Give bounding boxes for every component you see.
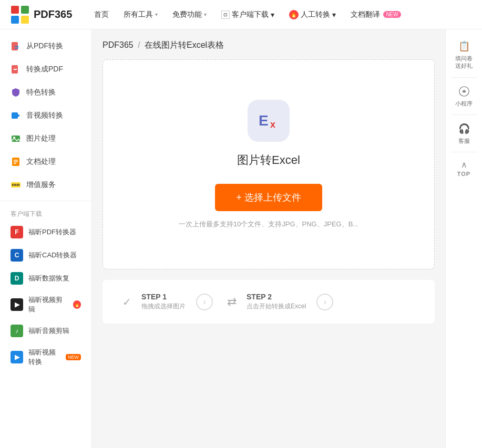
new-badge: NEW xyxy=(66,354,81,360)
step-1: ✓ STEP 1 拖拽或选择图片 xyxy=(118,293,186,311)
chevron-down-icon: ▾ xyxy=(271,11,274,19)
survey-label: 填问卷送好礼 xyxy=(455,55,473,70)
app-icon-video-edit: ▶ xyxy=(11,298,23,311)
step-2: ⇄ STEP 2 点击开始转换成Excel xyxy=(223,293,306,311)
nav-doc-translate[interactable]: 文档翻译 NEW xyxy=(344,7,407,23)
tool-icon: E x xyxy=(255,108,282,134)
right-panel-service[interactable]: 🎧 客服 xyxy=(446,117,482,150)
logo[interactable]: PDF365 xyxy=(11,5,72,24)
right-panel-survey[interactable]: 📋 填问卷送好礼 xyxy=(446,35,482,75)
logo-icon xyxy=(11,5,29,24)
svg-rect-1 xyxy=(21,6,29,14)
doc-icon xyxy=(11,157,21,167)
app-icon-recovery: D xyxy=(11,272,23,285)
right-panel-divider xyxy=(451,152,477,152)
breadcrumb-part-1: PDF365 xyxy=(102,40,134,49)
breadcrumb: PDF365 / 在线图片转Excel表格 xyxy=(102,40,435,51)
chevron-down-icon: ▾ xyxy=(204,12,207,17)
step-2-title: STEP 2 xyxy=(247,293,306,301)
client-app-cad[interactable]: C 福昕CAD转换器 xyxy=(0,244,91,267)
sidebar-item-audio-video[interactable]: 音视频转换 xyxy=(0,104,91,127)
sidebar-item-from-pdf[interactable]: 从PDF转换 xyxy=(0,35,91,58)
upload-hint: 一次上传最多支持10个文件、支持JPG、PNG、JPEG、B... xyxy=(179,220,358,229)
service-label: 客服 xyxy=(458,137,470,144)
sidebar-item-image[interactable]: 图片处理 xyxy=(0,127,91,150)
image-icon xyxy=(11,133,21,144)
sidebar: 从PDF转换 转换成PDF 特色转换 音视频转换 图片处理 xyxy=(0,29,92,448)
svg-rect-6 xyxy=(12,112,18,119)
client-app-video-convert[interactable]: ▶ 福昕视频转换 NEW xyxy=(0,342,91,372)
sidebar-item-doc[interactable]: 文档处理 xyxy=(0,150,91,173)
step-arrow-2: › xyxy=(316,294,333,310)
main-content: PDF365 / 在线图片转Excel表格 E x 图片转Exce xyxy=(92,29,445,448)
nav-home[interactable]: 首页 xyxy=(88,7,115,23)
top-button[interactable]: ∧ TOP xyxy=(446,154,482,182)
right-panel-miniapp[interactable]: 小程序 xyxy=(446,80,482,112)
headset-icon: 🎧 xyxy=(458,122,470,135)
shield-icon xyxy=(11,87,21,98)
nav-ai-convert[interactable]: 🔥 人工转换 ▾ xyxy=(283,7,342,23)
survey-icon: 📋 xyxy=(458,40,470,53)
svg-rect-8 xyxy=(12,136,20,142)
svg-text:E: E xyxy=(259,112,269,129)
steps-container: ✓ STEP 1 拖拽或选择图片 › ⇄ STEP 2 点击开始转换成Excel… xyxy=(102,280,435,324)
upload-button-label: + 选择上传文件 xyxy=(236,191,301,204)
sidebar-item-to-pdf[interactable]: 转换成PDF xyxy=(0,58,91,81)
nav-all-tools[interactable]: 所有工具 ▾ xyxy=(117,7,164,23)
vip-icon xyxy=(11,180,21,190)
sidebar-label: 文档处理 xyxy=(26,157,56,166)
breadcrumb-part-2: 在线图片转Excel表格 xyxy=(145,40,224,49)
sidebar-label: 音视频转换 xyxy=(26,111,63,120)
app-icon-cad: C xyxy=(11,249,23,262)
monitor-icon: ⊡ xyxy=(221,11,230,19)
new-badge: NEW xyxy=(383,11,401,18)
logo-text: PDF365 xyxy=(34,8,72,20)
step-2-desc: 点击开始转换成Excel xyxy=(247,302,306,311)
client-app-recovery[interactable]: D 福昕数据恢复 xyxy=(0,267,91,290)
client-app-label: 福昕数据恢复 xyxy=(28,274,69,283)
nav-client-download[interactable]: ⊡ 客户端下载 ▾ xyxy=(215,7,281,23)
breadcrumb-sep: / xyxy=(138,40,142,49)
client-app-audio-edit[interactable]: ♪ 福昕音频剪辑 xyxy=(0,319,91,342)
hot-badge: 🔥 xyxy=(73,300,81,309)
app-icon-video-convert: ▶ xyxy=(11,351,23,363)
miniapp-icon xyxy=(458,85,470,98)
step-arrow-1: › xyxy=(196,294,213,310)
sidebar-item-special-convert[interactable]: 特色转换 xyxy=(0,81,91,104)
right-panel-divider xyxy=(451,77,477,78)
sidebar-divider xyxy=(0,201,91,201)
pdf-to-icon xyxy=(11,64,21,75)
client-download-label: 客户端下载 xyxy=(0,205,91,221)
sidebar-item-vip[interactable]: 增值服务 xyxy=(0,173,91,196)
sidebar-label: 特色转换 xyxy=(26,88,56,97)
sidebar-label: 从PDF转换 xyxy=(26,41,63,51)
step-1-check-icon: ✓ xyxy=(118,294,135,310)
client-app-label: 福昕音频剪辑 xyxy=(28,326,69,336)
nav-free[interactable]: 免费功能 ▾ xyxy=(166,7,213,23)
client-app-label: 福昕视频剪辑 xyxy=(28,295,68,314)
top-arrow-icon: ∧ xyxy=(461,160,467,170)
client-app-pdf[interactable]: F 福昕PDF转换器 xyxy=(0,221,91,244)
sidebar-label: 转换成PDF xyxy=(26,65,63,74)
header: PDF365 首页 所有工具 ▾ 免费功能 ▾ ⊡ 客户端下载 ▾ 🔥 人工转换… xyxy=(0,0,482,29)
svg-text:x: x xyxy=(270,119,275,130)
app-icon-pdf: F xyxy=(11,226,23,238)
chevron-down-icon: ▾ xyxy=(332,11,336,19)
fire-icon: 🔥 xyxy=(289,10,299,19)
main-nav: 首页 所有工具 ▾ 免费功能 ▾ ⊡ 客户端下载 ▾ 🔥 人工转换 ▾ 文档翻译… xyxy=(88,7,471,23)
layout: 从PDF转换 转换成PDF 特色转换 音视频转换 图片处理 xyxy=(0,29,482,448)
chevron-down-icon: ▾ xyxy=(155,12,158,17)
client-app-video-edit[interactable]: ▶ 福昕视频剪辑 🔥 xyxy=(0,290,91,319)
upload-button[interactable]: + 选择上传文件 xyxy=(215,184,322,211)
svg-rect-0 xyxy=(11,6,19,14)
step-2-arrows-icon: ⇄ xyxy=(223,294,240,310)
top-label: TOP xyxy=(457,171,470,177)
step-1-title: STEP 1 xyxy=(141,293,186,301)
svg-rect-3 xyxy=(21,16,29,24)
upload-area[interactable]: E x 图片转Excel + 选择上传文件 一次上传最多支持10个文件、支持JP… xyxy=(102,59,435,269)
svg-marker-7 xyxy=(18,114,20,117)
step-1-info: STEP 1 拖拽或选择图片 xyxy=(141,293,186,311)
pdf-from-icon xyxy=(11,41,21,51)
right-panel-divider xyxy=(451,114,477,115)
client-app-label: 福昕CAD转换器 xyxy=(28,251,77,260)
